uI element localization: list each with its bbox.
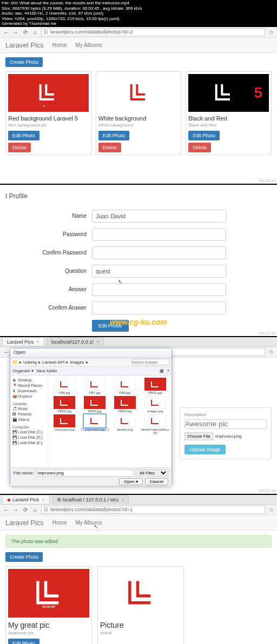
thumb-white [100,569,181,618]
url-bar[interactable]: 🗋laravelpics.com/validated/photos?id=2 [41,28,265,36]
back-icon[interactable]: ← [2,28,10,36]
nav-home[interactable]: Home [52,42,67,48]
file-item[interactable]: FBN1.jpg [141,378,169,394]
question-field[interactable] [92,265,226,278]
new-folder-button[interactable]: New folder [37,368,57,373]
file-item[interactable]: FB8.jpg [111,378,140,394]
star-icon[interactable]: ☆ [267,348,275,355]
label-password: Password [5,231,92,237]
file-item-selected[interactable]: improved.png [81,414,109,434]
file-item[interactable]: FBN3.jpg [81,396,109,413]
label-confirm-password: Confirm Password [5,250,92,256]
thumb-red: ▸ [8,74,89,112]
nav-albums[interactable]: My Albums [76,42,102,48]
file-item[interactable]: improved.png [50,414,79,434]
label-answer: Answer [5,286,92,292]
file-item[interactable]: FBN2.jpg [50,396,79,413]
home-icon[interactable]: ⌂ [31,28,39,36]
file-item[interactable]: images.jpg [141,396,169,413]
photo-card: 5 Black and Red Black and Red Edit Photo… [186,71,272,155]
view-icon[interactable]: ▦ [160,368,164,373]
forward-icon[interactable]: → [12,28,19,36]
name-field[interactable] [92,210,226,223]
sidebar-group: Libraries [12,401,45,406]
thumb-red: laravel [8,569,89,618]
sidebar-item[interactable]: 🖥Desktop [12,378,45,383]
cancel-button[interactable]: Cancel [145,478,168,485]
confirm-password-field[interactable] [92,246,226,259]
card-title: My great pic [8,621,89,629]
edit-photo-button[interactable]: Edit Photo [188,131,220,140]
delete-button[interactable]: Delete [188,143,211,152]
file-item[interactable]: FB6.jpg [50,378,79,394]
description-input[interactable] [184,419,267,429]
brand: Laravel Pics [5,519,44,527]
chosen-filename: improved.png [215,434,241,439]
sidebar-item[interactable]: 📍Recent Places [12,383,45,388]
reload-icon[interactable]: ⟳ [22,506,29,513]
choose-file-button[interactable]: Choose File [184,432,213,440]
confirm-answer-field[interactable] [92,301,226,314]
create-photo-button[interactable]: Create Photo [5,57,43,67]
label-question: Question [5,268,92,274]
back-icon[interactable]: ← [2,348,10,355]
sidebar-group: Computer [12,425,45,430]
help-icon[interactable]: ? [167,368,169,373]
star-icon[interactable]: ☆ [267,28,275,36]
card-subtitle: White background [98,123,179,128]
create-photo-button[interactable]: Create Photo [5,552,43,562]
home-icon[interactable]: ⌂ [31,506,39,513]
sidebar-item[interactable]: 💾Local Disk (E:) [12,440,45,446]
dialog-path[interactable]: 📁 ▸Udemy ▸Laravel API ▸Images ▸ [10,358,172,367]
edit-photo-button[interactable]: Edit Photo [8,639,39,644]
screenshot-1: ← → ⟳ ⌂ 🗋laravelpics.com/validated/photo… [0,27,277,184]
card-title: Picture [100,621,181,629]
file-grid: FB6.jpg FB7.jpg FB8.jpg FBN1.jpg FBN2.jp… [48,375,172,467]
upload-panel: Description Choose File improved.png Upl… [180,407,272,459]
star-icon[interactable]: ☆ [267,506,275,513]
open-button[interactable]: Open ▾ [119,478,143,485]
organize-menu[interactable]: Organize ▾ [12,368,34,373]
sidebar-item[interactable]: 🎵Music [12,406,45,412]
nav-home[interactable]: Home [52,520,67,526]
sidebar-item[interactable]: 🖼Pictures [12,412,45,417]
timestamp: 00:01:33 [259,331,276,336]
label-confirm-answer: Confirm Answer [5,305,92,311]
search-images-input[interactable] [131,359,169,365]
filter-select[interactable]: All Files [136,469,168,477]
browser-tab[interactable]: localhost/127.0.0.1/× [47,337,104,346]
forward-icon[interactable]: → [12,506,19,513]
delete-button[interactable]: Delete [8,143,31,152]
filename-input[interactable] [36,469,134,477]
label-name: Name [5,213,92,219]
upload-image-button[interactable]: Upload Image [184,445,226,454]
photo-card: ▸ Red background Laravel 5 Red backgroun… [5,71,91,155]
url-bar[interactable]: 🗋laravelpics.com/validated/photos?id=1 [41,506,265,514]
reload-icon[interactable]: ⟳ [22,28,29,36]
sidebar-item[interactable]: 💾Local Disk (D:) [12,435,45,440]
card-title: Black and Red [188,115,269,122]
card-subtitle: dsfsdt [100,630,181,635]
edit-photo-button[interactable]: Edit Photo [98,131,130,140]
file-item[interactable]: laravel-logo-white.png [141,414,169,434]
browser-tab[interactable]: ◆Laravel Pics× [2,495,50,504]
site-header: Laravel Pics Home My Albums [0,38,277,53]
file-item[interactable]: FBN4.jpg [111,396,140,413]
back-icon[interactable]: ← [2,506,10,513]
password-field[interactable] [92,228,226,241]
screenshot-4: ◆Laravel Pics× ⚙localhost / 127.0.0.1 / … [0,495,277,644]
screenshot-3: Laravel Pics× localhost/127.0.0.1/× ← → … [0,337,277,494]
sidebar-item[interactable]: ⬇Downloads [12,388,45,394]
file-open-dialog: Open 📁 ▸Udemy ▸Laravel API ▸Images ▸ Org… [10,348,172,486]
browser-tab[interactable]: Laravel Pics× [2,337,44,346]
sidebar-item[interactable]: 🎬Videos [12,417,45,422]
photo-card: White background White background Edit P… [96,71,182,155]
file-item[interactable]: FB7.jpg [81,378,109,394]
file-item[interactable]: laravel.png [111,414,140,434]
edit-photo-button[interactable]: Edit Photo [8,131,39,140]
sidebar-item[interactable]: 💾Local Disk (C:) [12,430,45,435]
delete-button[interactable]: Delete [98,143,121,152]
answer-field[interactable] [92,283,226,296]
sidebar-item[interactable]: 📦Dropbox [12,394,45,399]
browser-tab[interactable]: ⚙localhost / 127.0.0.1 / stru× [52,495,129,504]
